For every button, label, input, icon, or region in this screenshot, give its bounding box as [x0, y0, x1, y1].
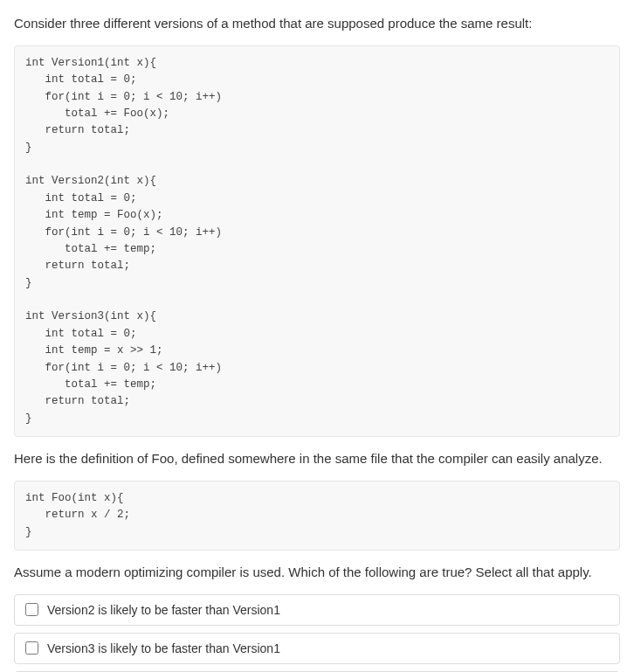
code-block-foo: int Foo(int x){ return x / 2; } — [14, 481, 620, 551]
intro-text: Consider three different versions of a m… — [14, 14, 620, 33]
option-label: Version3 is likely to be faster than Ver… — [47, 641, 280, 655]
option-checkbox[interactable] — [25, 603, 38, 616]
option-label: Version2 is likely to be faster than Ver… — [47, 603, 280, 617]
question-prompt: Assume a modern optimizing compiler is u… — [14, 563, 620, 582]
foo-intro-text: Here is the definition of Foo, defined s… — [14, 449, 620, 468]
option-row[interactable]: Version2 is likely to be faster than Ver… — [14, 594, 620, 626]
options-list: Version2 is likely to be faster than Ver… — [14, 594, 620, 672]
code-block-versions: int Version1(int x){ int total = 0; for(… — [14, 45, 620, 437]
option-checkbox[interactable] — [25, 641, 38, 655]
option-row[interactable]: Version3 is likely to be faster than Ver… — [14, 633, 620, 664]
